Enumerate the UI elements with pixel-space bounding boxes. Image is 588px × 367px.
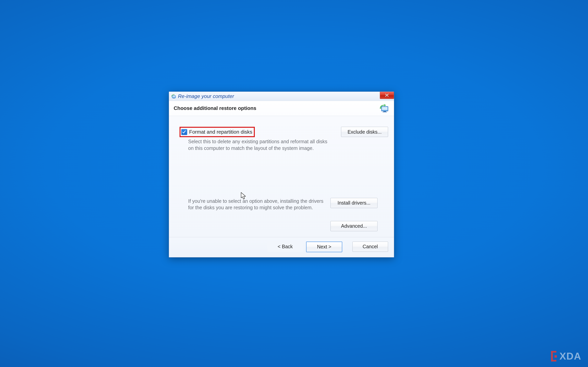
svg-rect-1: [172, 96, 175, 97]
format-repartition-label: Format and repartition disks: [189, 129, 252, 135]
reimage-app-icon: [171, 94, 176, 99]
driver-help-text: If you're unable to select an option abo…: [188, 198, 330, 211]
subheader: Choose additional restore options: [169, 101, 394, 116]
svg-rect-6: [383, 112, 387, 112]
format-option-highlight: Format and repartition disks: [180, 127, 255, 137]
svg-rect-2: [173, 98, 175, 98]
install-drivers-button[interactable]: Install drivers...: [330, 198, 378, 208]
close-button[interactable]: [380, 92, 394, 99]
format-repartition-checkbox[interactable]: [181, 129, 187, 135]
page-title: Choose additional restore options: [174, 105, 256, 111]
xda-watermark-text: XDA: [559, 350, 581, 362]
back-button[interactable]: < Back: [267, 242, 303, 252]
next-button[interactable]: Next >: [306, 242, 342, 252]
titlebar[interactable]: Re-image your computer: [169, 92, 394, 101]
svg-rect-5: [383, 111, 386, 112]
close-icon: [385, 93, 389, 97]
reimage-dialog: Re-image your computer Choose additional…: [169, 92, 394, 258]
svg-rect-7: [554, 355, 557, 358]
checkmark-icon: [182, 130, 186, 134]
dialog-footer: < Back Next > Cancel: [169, 237, 394, 257]
exclude-disks-button[interactable]: Exclude disks...: [341, 127, 388, 137]
svg-rect-4: [382, 107, 387, 110]
advanced-button[interactable]: Advanced...: [330, 221, 378, 231]
format-option-description: Select this to delete any existing parti…: [188, 138, 331, 152]
content-area: Format and repartition disks Select this…: [169, 116, 394, 237]
xda-watermark: XDA: [550, 350, 581, 362]
window-title: Re-image your computer: [178, 93, 234, 99]
xda-bracket-icon: [550, 351, 558, 361]
cancel-button[interactable]: Cancel: [353, 242, 388, 252]
reimage-large-icon: [379, 104, 389, 113]
